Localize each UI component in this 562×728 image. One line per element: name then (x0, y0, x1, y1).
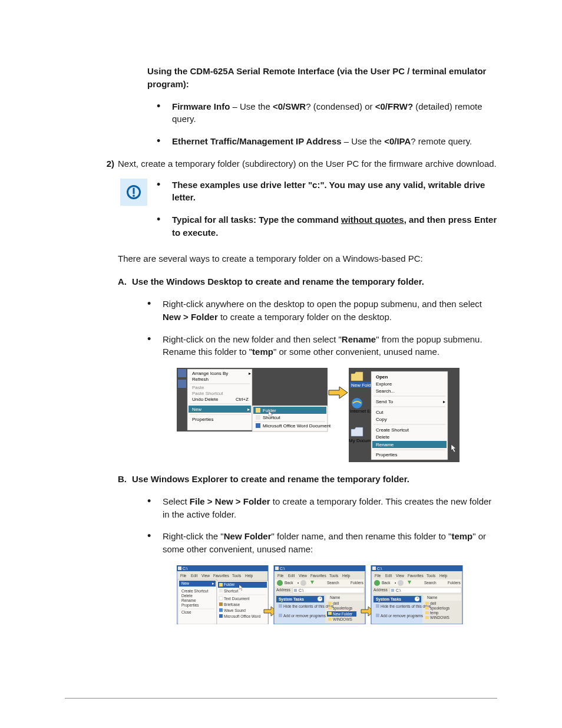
svg-text:Back: Back (382, 581, 391, 585)
svg-text:Delete: Delete (376, 434, 390, 440)
svg-text:C:\: C:\ (396, 588, 401, 592)
svg-text:temp: temp (430, 611, 439, 615)
svg-text:Wave Sound: Wave Sound (224, 608, 246, 612)
svg-text:C:\: C:\ (377, 566, 382, 571)
svg-rect-85 (219, 608, 223, 612)
svg-text:Paste: Paste (192, 385, 204, 390)
svg-text:▸: ▸ (212, 581, 214, 585)
desktop-context-menu-figure: Arrange Icons By ▸ Refresh Paste Paste S… (177, 368, 497, 462)
svg-text:Edit: Edit (288, 574, 295, 578)
svg-text:Microsoft Office Word Document: Microsoft Office Word Document (263, 423, 331, 429)
svg-text:Microsoft Office Word: Microsoft Office Word (224, 614, 261, 618)
svg-text:Close: Close (181, 610, 191, 614)
svg-text:Hide the contents of this driv: Hide the contents of this drive (381, 604, 431, 608)
svg-text:Help: Help (245, 574, 253, 578)
svg-text:Name: Name (330, 595, 340, 599)
section-b-heading: B. Use Windows Explorer to create and re… (118, 473, 497, 486)
svg-rect-121 (328, 602, 332, 605)
svg-text:Search: Search (327, 581, 339, 585)
svg-rect-168 (425, 616, 429, 619)
svg-point-100 (277, 580, 283, 586)
svg-rect-78 (219, 589, 223, 592)
svg-text:▸: ▸ (247, 407, 250, 412)
svg-rect-25 (256, 415, 260, 420)
svg-text:Tools: Tools (427, 574, 436, 578)
svg-text:View: View (299, 574, 307, 578)
svg-rect-128 (328, 618, 332, 621)
page-footer-rule (65, 698, 497, 699)
serial-interface-heading: Using the CDM-625A Serial Remote Interfa… (147, 65, 497, 91)
svg-text:Create Shortcut: Create Shortcut (181, 589, 209, 593)
svg-text:Address: Address (276, 588, 291, 592)
section-a-heading: A. Use the Windows Desktop to create and… (118, 275, 497, 288)
svg-text:WINDOWS: WINDOWS (333, 617, 353, 621)
explorer-triple-figure: C:\ File Edit View Favorites Tools Help … (177, 565, 497, 628)
svg-text:▸: ▸ (249, 371, 251, 376)
svg-text:Ctrl+Z: Ctrl+Z (236, 397, 249, 402)
svg-text:▸: ▸ (443, 399, 445, 404)
b-bullet-1: • Select File > New > Folder to create a… (147, 495, 497, 521)
svg-text:Search...: Search... (376, 388, 395, 394)
svg-text:Favorites: Favorites (408, 574, 424, 578)
svg-rect-5 (178, 380, 186, 388)
svg-text:File: File (180, 574, 187, 578)
svg-text:dell: dell (430, 601, 437, 605)
ip-address-bullet: • Ethernet Traffic/Management IP Address… (157, 135, 497, 148)
b-bullet-2: • Right-click the "New Folder" folder na… (147, 530, 497, 556)
svg-text:Help: Help (439, 574, 448, 578)
svg-rect-162 (425, 602, 429, 605)
svg-text:Text Document: Text Document (224, 597, 250, 601)
svg-rect-166 (425, 611, 429, 614)
svg-text:Tools: Tools (329, 574, 339, 578)
svg-text:Help: Help (342, 574, 351, 578)
step-2: 2) Next, create a temporary folder (subd… (99, 157, 497, 170)
svg-rect-76 (219, 583, 223, 587)
svg-text:⌃: ⌃ (319, 597, 322, 601)
svg-rect-131 (371, 565, 462, 571)
bullet-dot: • (157, 135, 172, 148)
svg-text:View: View (396, 574, 404, 578)
svg-text:Hide the contents of this driv: Hide the contents of this drive (283, 604, 334, 608)
svg-text:Edit: Edit (191, 574, 197, 578)
svg-text:Folders: Folders (448, 581, 461, 585)
svg-rect-83 (219, 602, 223, 606)
svg-text:Shortcut: Shortcut (263, 415, 281, 420)
a-bullet-2: • Right-click on the new folder and then… (147, 333, 497, 359)
svg-text:New: New (181, 581, 189, 585)
svg-rect-28 (256, 423, 260, 428)
svg-rect-164 (425, 607, 429, 610)
svg-text:Back: Back (285, 581, 293, 585)
svg-text:Add or remove programs: Add or remove programs (381, 614, 424, 618)
svg-text:Briefcase: Briefcase (224, 602, 240, 607)
svg-text:Folders: Folders (351, 581, 363, 585)
svg-rect-115 (279, 604, 282, 608)
svg-text:Properties: Properties (181, 603, 199, 608)
svg-rect-132 (372, 566, 376, 570)
svg-text:WINDOWS: WINDOWS (430, 615, 450, 620)
svg-text:C:\: C:\ (183, 566, 188, 571)
note-block: • These examples use drive letter "c:". … (120, 179, 497, 244)
svg-rect-158 (376, 614, 379, 617)
svg-text:Folder: Folder (224, 582, 235, 587)
svg-text:Create Shortcut: Create Shortcut (376, 427, 409, 433)
svg-text:spoolerlogs: spoolerlogs (430, 606, 450, 611)
bullet-dot: • (157, 100, 172, 126)
svg-text:Arrange Icons By: Arrange Icons By (192, 371, 228, 376)
svg-point-2 (133, 195, 135, 197)
svg-text:Favorites: Favorites (310, 574, 326, 578)
svg-rect-23 (256, 408, 260, 413)
svg-text:Open: Open (376, 374, 388, 380)
svg-rect-87 (219, 614, 223, 618)
svg-text:Delete: Delete (181, 594, 193, 598)
svg-rect-123 (328, 607, 332, 610)
svg-text:File: File (375, 574, 381, 578)
svg-text:⌃: ⌃ (416, 597, 419, 601)
svg-rect-126 (328, 612, 332, 615)
svg-text:Rename: Rename (181, 598, 196, 602)
svg-point-144 (398, 580, 404, 586)
svg-text:C:\: C:\ (280, 566, 285, 571)
svg-rect-91 (275, 566, 279, 570)
svg-text:View: View (201, 574, 210, 578)
svg-text:System Tasks: System Tasks (376, 597, 401, 602)
svg-text:New: New (192, 407, 201, 412)
